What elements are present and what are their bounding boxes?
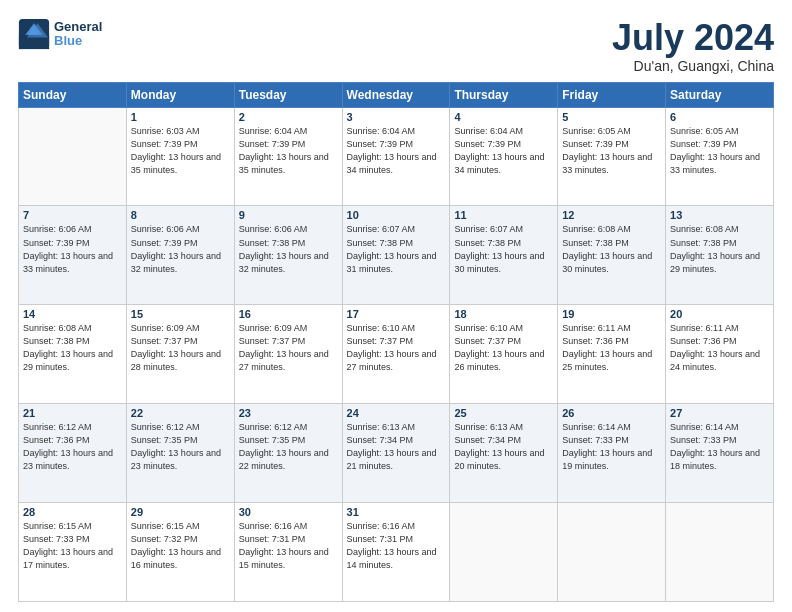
- day-info: Sunrise: 6:13 AMSunset: 7:34 PMDaylight:…: [454, 421, 553, 473]
- calendar-day-cell: 29Sunrise: 6:15 AMSunset: 7:32 PMDayligh…: [126, 503, 234, 602]
- calendar-day-cell: [666, 503, 774, 602]
- day-info: Sunrise: 6:09 AMSunset: 7:37 PMDaylight:…: [239, 322, 338, 374]
- calendar-day-cell: [19, 107, 127, 206]
- location: Du'an, Guangxi, China: [612, 58, 774, 74]
- day-number: 21: [23, 407, 122, 419]
- calendar-day-cell: 24Sunrise: 6:13 AMSunset: 7:34 PMDayligh…: [342, 404, 450, 503]
- day-number: 15: [131, 308, 230, 320]
- page-header: General Blue July 2024 Du'an, Guangxi, C…: [18, 18, 774, 74]
- calendar-day-cell: 22Sunrise: 6:12 AMSunset: 7:35 PMDayligh…: [126, 404, 234, 503]
- calendar-header-row: SundayMondayTuesdayWednesdayThursdayFrid…: [19, 82, 774, 107]
- day-info: Sunrise: 6:05 AMSunset: 7:39 PMDaylight:…: [670, 125, 769, 177]
- month-title: July 2024: [612, 18, 774, 58]
- calendar-day-cell: 21Sunrise: 6:12 AMSunset: 7:36 PMDayligh…: [19, 404, 127, 503]
- calendar-day-cell: 3Sunrise: 6:04 AMSunset: 7:39 PMDaylight…: [342, 107, 450, 206]
- day-info: Sunrise: 6:12 AMSunset: 7:35 PMDaylight:…: [131, 421, 230, 473]
- day-info: Sunrise: 6:11 AMSunset: 7:36 PMDaylight:…: [670, 322, 769, 374]
- day-info: Sunrise: 6:03 AMSunset: 7:39 PMDaylight:…: [131, 125, 230, 177]
- day-info: Sunrise: 6:07 AMSunset: 7:38 PMDaylight:…: [454, 223, 553, 275]
- day-number: 20: [670, 308, 769, 320]
- day-number: 23: [239, 407, 338, 419]
- day-number: 3: [347, 111, 446, 123]
- day-of-week-header: Saturday: [666, 82, 774, 107]
- day-info: Sunrise: 6:08 AMSunset: 7:38 PMDaylight:…: [562, 223, 661, 275]
- day-info: Sunrise: 6:16 AMSunset: 7:31 PMDaylight:…: [239, 520, 338, 572]
- day-number: 10: [347, 209, 446, 221]
- day-of-week-header: Friday: [558, 82, 666, 107]
- calendar-week-row: 28Sunrise: 6:15 AMSunset: 7:33 PMDayligh…: [19, 503, 774, 602]
- day-number: 1: [131, 111, 230, 123]
- calendar-day-cell: 15Sunrise: 6:09 AMSunset: 7:37 PMDayligh…: [126, 305, 234, 404]
- calendar-day-cell: 19Sunrise: 6:11 AMSunset: 7:36 PMDayligh…: [558, 305, 666, 404]
- day-number: 6: [670, 111, 769, 123]
- calendar-day-cell: 6Sunrise: 6:05 AMSunset: 7:39 PMDaylight…: [666, 107, 774, 206]
- calendar-day-cell: 8Sunrise: 6:06 AMSunset: 7:39 PMDaylight…: [126, 206, 234, 305]
- day-info: Sunrise: 6:08 AMSunset: 7:38 PMDaylight:…: [23, 322, 122, 374]
- day-of-week-header: Monday: [126, 82, 234, 107]
- day-number: 26: [562, 407, 661, 419]
- title-block: July 2024 Du'an, Guangxi, China: [612, 18, 774, 74]
- day-info: Sunrise: 6:15 AMSunset: 7:33 PMDaylight:…: [23, 520, 122, 572]
- calendar-day-cell: 7Sunrise: 6:06 AMSunset: 7:39 PMDaylight…: [19, 206, 127, 305]
- day-number: 17: [347, 308, 446, 320]
- calendar-day-cell: 12Sunrise: 6:08 AMSunset: 7:38 PMDayligh…: [558, 206, 666, 305]
- day-number: 18: [454, 308, 553, 320]
- day-number: 27: [670, 407, 769, 419]
- calendar-day-cell: 4Sunrise: 6:04 AMSunset: 7:39 PMDaylight…: [450, 107, 558, 206]
- day-info: Sunrise: 6:10 AMSunset: 7:37 PMDaylight:…: [347, 322, 446, 374]
- day-number: 14: [23, 308, 122, 320]
- day-info: Sunrise: 6:11 AMSunset: 7:36 PMDaylight:…: [562, 322, 661, 374]
- day-number: 9: [239, 209, 338, 221]
- day-info: Sunrise: 6:06 AMSunset: 7:38 PMDaylight:…: [239, 223, 338, 275]
- calendar-table: SundayMondayTuesdayWednesdayThursdayFrid…: [18, 82, 774, 602]
- day-of-week-header: Wednesday: [342, 82, 450, 107]
- logo: General Blue: [18, 18, 102, 50]
- day-number: 19: [562, 308, 661, 320]
- day-number: 7: [23, 209, 122, 221]
- calendar-day-cell: 30Sunrise: 6:16 AMSunset: 7:31 PMDayligh…: [234, 503, 342, 602]
- calendar-week-row: 14Sunrise: 6:08 AMSunset: 7:38 PMDayligh…: [19, 305, 774, 404]
- calendar-day-cell: 9Sunrise: 6:06 AMSunset: 7:38 PMDaylight…: [234, 206, 342, 305]
- day-info: Sunrise: 6:04 AMSunset: 7:39 PMDaylight:…: [347, 125, 446, 177]
- calendar-day-cell: [450, 503, 558, 602]
- day-info: Sunrise: 6:13 AMSunset: 7:34 PMDaylight:…: [347, 421, 446, 473]
- day-of-week-header: Sunday: [19, 82, 127, 107]
- day-info: Sunrise: 6:10 AMSunset: 7:37 PMDaylight:…: [454, 322, 553, 374]
- calendar-day-cell: 5Sunrise: 6:05 AMSunset: 7:39 PMDaylight…: [558, 107, 666, 206]
- day-info: Sunrise: 6:14 AMSunset: 7:33 PMDaylight:…: [562, 421, 661, 473]
- calendar-day-cell: 17Sunrise: 6:10 AMSunset: 7:37 PMDayligh…: [342, 305, 450, 404]
- calendar-day-cell: 20Sunrise: 6:11 AMSunset: 7:36 PMDayligh…: [666, 305, 774, 404]
- day-info: Sunrise: 6:09 AMSunset: 7:37 PMDaylight:…: [131, 322, 230, 374]
- day-info: Sunrise: 6:07 AMSunset: 7:38 PMDaylight:…: [347, 223, 446, 275]
- logo-text: General Blue: [54, 20, 102, 49]
- day-info: Sunrise: 6:06 AMSunset: 7:39 PMDaylight:…: [131, 223, 230, 275]
- day-info: Sunrise: 6:16 AMSunset: 7:31 PMDaylight:…: [347, 520, 446, 572]
- day-number: 4: [454, 111, 553, 123]
- day-number: 22: [131, 407, 230, 419]
- day-number: 11: [454, 209, 553, 221]
- day-info: Sunrise: 6:12 AMSunset: 7:36 PMDaylight:…: [23, 421, 122, 473]
- calendar-day-cell: 14Sunrise: 6:08 AMSunset: 7:38 PMDayligh…: [19, 305, 127, 404]
- calendar-day-cell: 11Sunrise: 6:07 AMSunset: 7:38 PMDayligh…: [450, 206, 558, 305]
- calendar-week-row: 7Sunrise: 6:06 AMSunset: 7:39 PMDaylight…: [19, 206, 774, 305]
- day-info: Sunrise: 6:04 AMSunset: 7:39 PMDaylight:…: [454, 125, 553, 177]
- day-number: 24: [347, 407, 446, 419]
- calendar-day-cell: 16Sunrise: 6:09 AMSunset: 7:37 PMDayligh…: [234, 305, 342, 404]
- day-info: Sunrise: 6:12 AMSunset: 7:35 PMDaylight:…: [239, 421, 338, 473]
- day-info: Sunrise: 6:05 AMSunset: 7:39 PMDaylight:…: [562, 125, 661, 177]
- day-of-week-header: Tuesday: [234, 82, 342, 107]
- day-number: 2: [239, 111, 338, 123]
- day-number: 29: [131, 506, 230, 518]
- day-number: 30: [239, 506, 338, 518]
- day-number: 13: [670, 209, 769, 221]
- calendar-day-cell: 26Sunrise: 6:14 AMSunset: 7:33 PMDayligh…: [558, 404, 666, 503]
- calendar-day-cell: 2Sunrise: 6:04 AMSunset: 7:39 PMDaylight…: [234, 107, 342, 206]
- calendar-day-cell: 13Sunrise: 6:08 AMSunset: 7:38 PMDayligh…: [666, 206, 774, 305]
- day-number: 5: [562, 111, 661, 123]
- calendar-day-cell: 25Sunrise: 6:13 AMSunset: 7:34 PMDayligh…: [450, 404, 558, 503]
- day-number: 8: [131, 209, 230, 221]
- calendar-week-row: 1Sunrise: 6:03 AMSunset: 7:39 PMDaylight…: [19, 107, 774, 206]
- day-number: 28: [23, 506, 122, 518]
- day-number: 16: [239, 308, 338, 320]
- day-info: Sunrise: 6:15 AMSunset: 7:32 PMDaylight:…: [131, 520, 230, 572]
